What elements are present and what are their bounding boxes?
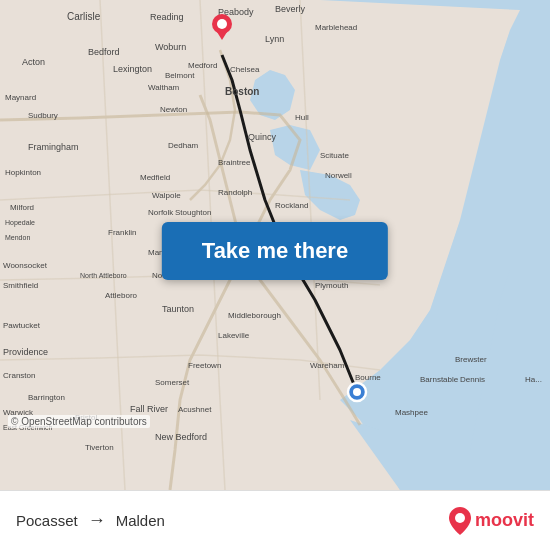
map-attribution: © OpenStreetMap contributors bbox=[8, 415, 150, 428]
svg-text:Freetown: Freetown bbox=[188, 361, 221, 370]
svg-text:Scituate: Scituate bbox=[320, 151, 349, 160]
svg-text:Rockland: Rockland bbox=[275, 201, 308, 210]
svg-text:Mashpee: Mashpee bbox=[395, 408, 428, 417]
svg-text:Boston: Boston bbox=[225, 86, 259, 97]
svg-text:Dedham: Dedham bbox=[168, 141, 199, 150]
svg-text:Waltham: Waltham bbox=[148, 83, 180, 92]
svg-text:Belmont: Belmont bbox=[165, 71, 195, 80]
svg-text:Bedford: Bedford bbox=[88, 47, 120, 57]
svg-text:Lexington: Lexington bbox=[113, 64, 152, 74]
svg-text:Barrington: Barrington bbox=[28, 393, 65, 402]
svg-text:Tiverton: Tiverton bbox=[85, 443, 114, 452]
route-to: Malden bbox=[116, 512, 165, 529]
svg-text:Carlisle: Carlisle bbox=[67, 11, 101, 22]
svg-text:Medfield: Medfield bbox=[140, 173, 170, 182]
svg-text:Beverly: Beverly bbox=[275, 4, 306, 14]
svg-text:Woonsocket: Woonsocket bbox=[3, 261, 48, 270]
svg-text:Chelsea: Chelsea bbox=[230, 65, 260, 74]
svg-text:Acushnet: Acushnet bbox=[178, 405, 212, 414]
svg-point-73 bbox=[353, 388, 361, 396]
svg-text:Middleborough: Middleborough bbox=[228, 311, 281, 320]
svg-text:Ha...: Ha... bbox=[525, 375, 542, 384]
svg-text:New Bedford: New Bedford bbox=[155, 432, 207, 442]
svg-text:Framingham: Framingham bbox=[28, 142, 79, 152]
svg-text:Medford: Medford bbox=[188, 61, 217, 70]
svg-text:Braintree: Braintree bbox=[218, 158, 251, 167]
svg-text:Norwell: Norwell bbox=[325, 171, 352, 180]
svg-point-71 bbox=[217, 19, 227, 29]
svg-text:Hopedale: Hopedale bbox=[5, 219, 35, 227]
svg-text:Dennis: Dennis bbox=[460, 375, 485, 384]
svg-text:Taunton: Taunton bbox=[162, 304, 194, 314]
svg-text:Acton: Acton bbox=[22, 57, 45, 67]
svg-text:Reading: Reading bbox=[150, 12, 184, 22]
svg-text:Maynard: Maynard bbox=[5, 93, 36, 102]
svg-text:Marblehead: Marblehead bbox=[315, 23, 357, 32]
map-container: Carlisle Reading Peabody Beverly Marbleh… bbox=[0, 0, 550, 490]
svg-text:Smithfield: Smithfield bbox=[3, 281, 38, 290]
svg-text:Woburn: Woburn bbox=[155, 42, 186, 52]
svg-text:Norfolk: Norfolk bbox=[148, 208, 174, 217]
svg-text:Bourne: Bourne bbox=[355, 373, 381, 382]
svg-text:Barnstable: Barnstable bbox=[420, 375, 459, 384]
svg-point-74 bbox=[455, 513, 465, 523]
svg-text:Randolph: Randolph bbox=[218, 188, 252, 197]
svg-text:Quincy: Quincy bbox=[248, 132, 277, 142]
svg-text:Sudbury: Sudbury bbox=[28, 111, 58, 120]
svg-text:Providence: Providence bbox=[3, 347, 48, 357]
svg-text:Hull: Hull bbox=[295, 113, 309, 122]
svg-text:Lynn: Lynn bbox=[265, 34, 284, 44]
svg-text:Lakeville: Lakeville bbox=[218, 331, 250, 340]
svg-text:Fall River: Fall River bbox=[130, 404, 168, 414]
svg-text:Franklin: Franklin bbox=[108, 228, 136, 237]
svg-text:Hopkinton: Hopkinton bbox=[5, 168, 41, 177]
svg-text:Cranston: Cranston bbox=[3, 371, 35, 380]
take-me-there-button[interactable]: Take me there bbox=[162, 222, 388, 280]
svg-text:North Attleboro: North Attleboro bbox=[80, 272, 127, 279]
svg-text:Milford: Milford bbox=[10, 203, 34, 212]
moovit-logo: moovit bbox=[449, 507, 534, 535]
svg-text:Plymouth: Plymouth bbox=[315, 281, 348, 290]
svg-text:Walpole: Walpole bbox=[152, 191, 181, 200]
bottom-bar: Pocasset → Malden moovit bbox=[0, 490, 550, 550]
svg-text:Pawtucket: Pawtucket bbox=[3, 321, 41, 330]
route-from: Pocasset bbox=[16, 512, 78, 529]
moovit-pin-icon bbox=[449, 507, 471, 535]
moovit-text: moovit bbox=[475, 510, 534, 531]
route-arrow-icon: → bbox=[88, 510, 106, 531]
svg-text:Stoughton: Stoughton bbox=[175, 208, 211, 217]
svg-text:Mendon: Mendon bbox=[5, 234, 30, 241]
svg-text:Somerset: Somerset bbox=[155, 378, 190, 387]
svg-text:Brewster: Brewster bbox=[455, 355, 487, 364]
svg-text:Wareham: Wareham bbox=[310, 361, 345, 370]
svg-text:Newton: Newton bbox=[160, 105, 187, 114]
svg-text:Attleboro: Attleboro bbox=[105, 291, 138, 300]
